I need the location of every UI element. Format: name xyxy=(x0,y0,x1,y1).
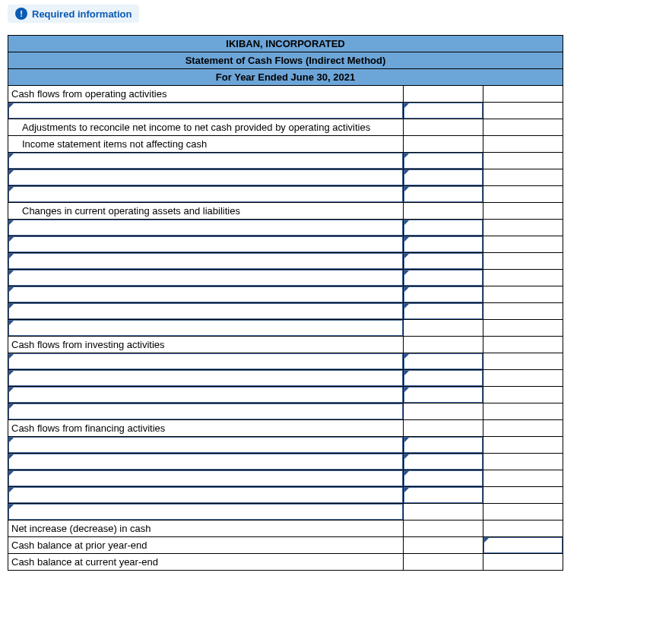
cell xyxy=(483,103,563,119)
line-item-dropdown[interactable] xyxy=(8,169,404,186)
section-financing: Cash flows from financing activities xyxy=(8,420,404,437)
adjustments-label: Adjustments to reconcile net income to n… xyxy=(8,119,404,136)
net-increase-label: Net increase (decrease) in cash xyxy=(8,520,404,537)
cell xyxy=(483,270,563,286)
cash-flow-statement-table: IKIBAN, INCORPORATED Statement of Cash F… xyxy=(8,35,563,571)
cell xyxy=(483,487,563,504)
cell xyxy=(483,403,563,420)
cell xyxy=(483,86,563,103)
cell xyxy=(483,437,563,454)
cell xyxy=(404,420,483,437)
amount-dropdown[interactable] xyxy=(404,186,483,203)
title-period: For Year Ended June 30, 2021 xyxy=(8,69,563,86)
amount-dropdown[interactable] xyxy=(404,387,483,403)
cell xyxy=(483,253,563,270)
line-item-dropdown[interactable] xyxy=(8,153,404,169)
required-info-button[interactable]: ! Required information xyxy=(8,5,139,23)
line-item-dropdown[interactable] xyxy=(8,103,404,119)
line-item-dropdown[interactable] xyxy=(8,437,404,454)
line-item-dropdown[interactable] xyxy=(8,387,404,403)
cell xyxy=(404,520,483,537)
title-company: IKIBAN, INCORPORATED xyxy=(8,36,563,52)
line-item-dropdown[interactable] xyxy=(8,370,404,387)
amount-dropdown[interactable] xyxy=(404,253,483,270)
line-item-dropdown[interactable] xyxy=(8,403,404,420)
cell xyxy=(483,153,563,169)
cell xyxy=(483,520,563,537)
cell xyxy=(483,370,563,387)
line-item-dropdown[interactable] xyxy=(8,220,404,236)
line-item-dropdown[interactable] xyxy=(8,504,404,520)
line-item-dropdown[interactable] xyxy=(8,353,404,370)
cell xyxy=(404,337,483,353)
line-item-dropdown[interactable] xyxy=(8,270,404,286)
cell xyxy=(404,537,483,554)
amount-dropdown[interactable] xyxy=(404,286,483,303)
line-item-dropdown[interactable] xyxy=(8,236,404,253)
section-operating: Cash flows from operating activities xyxy=(8,86,404,103)
info-icon: ! xyxy=(15,8,27,20)
cell xyxy=(483,203,563,220)
changes-label: Changes in current operating assets and … xyxy=(8,203,404,220)
amount-dropdown[interactable] xyxy=(404,487,483,504)
cell xyxy=(483,454,563,470)
cell xyxy=(483,504,563,520)
cell xyxy=(404,119,483,136)
amount-dropdown[interactable] xyxy=(404,103,483,119)
cell xyxy=(483,236,563,253)
cell xyxy=(483,220,563,236)
cell xyxy=(404,86,483,103)
section-investing: Cash flows from investing activities xyxy=(8,337,404,353)
cell xyxy=(404,403,483,420)
cell xyxy=(404,504,483,520)
cell xyxy=(404,554,483,571)
prior-year-label: Cash balance at prior year-end xyxy=(8,537,404,554)
current-year-label: Cash balance at current year-end xyxy=(8,554,404,571)
amount-dropdown[interactable] xyxy=(404,220,483,236)
cell xyxy=(404,320,483,337)
amount-dropdown[interactable] xyxy=(404,236,483,253)
amount-dropdown[interactable] xyxy=(404,270,483,286)
income-stmt-label: Income statement items not affecting cas… xyxy=(8,136,404,153)
amount-dropdown[interactable] xyxy=(404,353,483,370)
amount-dropdown[interactable] xyxy=(404,303,483,320)
required-info-label: Required information xyxy=(32,8,132,20)
amount-dropdown[interactable] xyxy=(404,153,483,169)
amount-dropdown[interactable] xyxy=(404,370,483,387)
cell xyxy=(483,136,563,153)
line-item-dropdown[interactable] xyxy=(8,320,404,337)
cell xyxy=(404,203,483,220)
line-item-dropdown[interactable] xyxy=(8,186,404,203)
line-item-dropdown[interactable] xyxy=(8,303,404,320)
cell xyxy=(483,186,563,203)
line-item-dropdown[interactable] xyxy=(8,454,404,470)
cell xyxy=(483,470,563,487)
line-item-dropdown[interactable] xyxy=(8,487,404,504)
cell xyxy=(483,337,563,353)
amount-dropdown[interactable] xyxy=(404,169,483,186)
cell xyxy=(483,320,563,337)
cell xyxy=(483,303,563,320)
line-item-dropdown[interactable] xyxy=(8,470,404,487)
amount-dropdown[interactable] xyxy=(483,537,563,554)
cell xyxy=(483,353,563,370)
line-item-dropdown[interactable] xyxy=(8,286,404,303)
cell xyxy=(483,420,563,437)
cell xyxy=(404,136,483,153)
line-item-dropdown[interactable] xyxy=(8,253,404,270)
cell xyxy=(483,554,563,571)
cell xyxy=(483,169,563,186)
title-statement: Statement of Cash Flows (Indirect Method… xyxy=(8,52,563,69)
amount-dropdown[interactable] xyxy=(404,437,483,454)
cell xyxy=(483,286,563,303)
cell xyxy=(483,119,563,136)
amount-dropdown[interactable] xyxy=(404,454,483,470)
amount-dropdown[interactable] xyxy=(404,470,483,487)
cell xyxy=(483,387,563,403)
